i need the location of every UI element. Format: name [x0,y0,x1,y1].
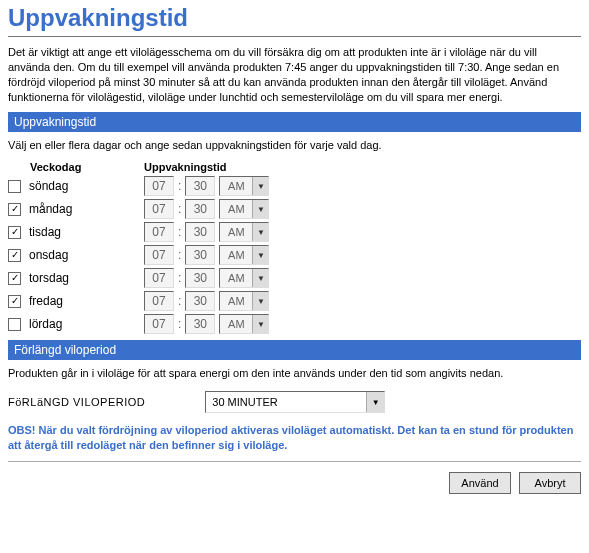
divider [8,461,581,462]
day-cell: torsdag [8,271,138,285]
hour-input[interactable]: 07 [144,222,174,242]
chevron-down-icon: ▼ [366,392,384,412]
day-label: måndag [29,202,72,216]
chevron-down-icon: ▼ [252,223,268,241]
time-colon: : [178,179,181,193]
minute-input[interactable]: 30 [185,291,215,311]
time-colon: : [178,317,181,331]
page-title: Uppvakningstid [8,4,581,32]
day-cell: lördag [8,317,138,331]
hour-input[interactable]: 07 [144,268,174,288]
section-wakeup-header: Uppvakningstid [8,112,581,132]
ampm-value: AM [220,318,252,330]
extended-row: FöRLäNGD VILOPERIOD 30 MINUTER ▼ [8,391,581,413]
ampm-value: AM [220,272,252,284]
chevron-down-icon: ▼ [252,200,268,218]
schedule-list: söndag07:30AM▼måndag07:30AM▼tisdag07:30A… [8,176,581,334]
time-colon: : [178,248,181,262]
header-time: Uppvakningstid [144,161,227,173]
hour-input[interactable]: 07 [144,176,174,196]
ampm-select[interactable]: AM▼ [219,314,269,334]
ampm-select[interactable]: AM▼ [219,291,269,311]
day-label: söndag [29,179,68,193]
time-cell: 07:30AM▼ [144,176,269,196]
divider [8,36,581,37]
day-checkbox[interactable] [8,295,21,308]
schedule-row: måndag07:30AM▼ [8,199,581,219]
schedule-row: söndag07:30AM▼ [8,176,581,196]
day-label: onsdag [29,248,68,262]
minute-input[interactable]: 30 [185,245,215,265]
minute-input[interactable]: 30 [185,222,215,242]
time-cell: 07:30AM▼ [144,291,269,311]
notice-text: OBS! När du valt fördröjning av viloperi… [8,423,581,453]
day-checkbox[interactable] [8,203,21,216]
schedule-row: tisdag07:30AM▼ [8,222,581,242]
day-checkbox[interactable] [8,249,21,262]
ampm-value: AM [220,295,252,307]
schedule-row: fredag07:30AM▼ [8,291,581,311]
extended-select[interactable]: 30 MINUTER ▼ [205,391,385,413]
day-cell: söndag [8,179,138,193]
time-colon: : [178,202,181,216]
day-checkbox[interactable] [8,180,21,193]
chevron-down-icon: ▼ [252,246,268,264]
minute-input[interactable]: 30 [185,176,215,196]
chevron-down-icon: ▼ [252,177,268,195]
extended-select-value: 30 MINUTER [206,396,366,408]
ampm-select[interactable]: AM▼ [219,268,269,288]
minute-input[interactable]: 30 [185,268,215,288]
ampm-value: AM [220,180,252,192]
chevron-down-icon: ▼ [252,269,268,287]
hour-input[interactable]: 07 [144,291,174,311]
minute-input[interactable]: 30 [185,199,215,219]
day-label: lördag [29,317,62,331]
time-cell: 07:30AM▼ [144,222,269,242]
day-cell: tisdag [8,225,138,239]
day-checkbox[interactable] [8,272,21,285]
day-checkbox[interactable] [8,318,21,331]
schedule-header-row: Veckodag Uppvakningstid [8,161,581,173]
ampm-value: AM [220,226,252,238]
chevron-down-icon: ▼ [252,292,268,310]
schedule-row: onsdag07:30AM▼ [8,245,581,265]
hour-input[interactable]: 07 [144,245,174,265]
day-cell: måndag [8,202,138,216]
time-colon: : [178,225,181,239]
day-label: torsdag [29,271,69,285]
hour-input[interactable]: 07 [144,314,174,334]
extended-label: FöRLäNGD VILOPERIOD [8,396,145,408]
time-cell: 07:30AM▼ [144,314,269,334]
day-checkbox[interactable] [8,226,21,239]
time-cell: 07:30AM▼ [144,245,269,265]
day-label: tisdag [29,225,61,239]
schedule-row: lördag07:30AM▼ [8,314,581,334]
ampm-value: AM [220,249,252,261]
hour-input[interactable]: 07 [144,199,174,219]
day-label: fredag [29,294,63,308]
time-cell: 07:30AM▼ [144,268,269,288]
button-row: Använd Avbryt [8,472,581,494]
schedule-row: torsdag07:30AM▼ [8,268,581,288]
day-cell: fredag [8,294,138,308]
time-colon: : [178,271,181,285]
apply-button[interactable]: Använd [449,472,511,494]
ampm-select[interactable]: AM▼ [219,222,269,242]
header-day: Veckodag [8,161,138,173]
cancel-button[interactable]: Avbryt [519,472,581,494]
ampm-value: AM [220,203,252,215]
time-cell: 07:30AM▼ [144,199,269,219]
ampm-select[interactable]: AM▼ [219,245,269,265]
ampm-select[interactable]: AM▼ [219,199,269,219]
extended-intro: Produkten går in i viloläge för att spar… [8,366,581,381]
minute-input[interactable]: 30 [185,314,215,334]
chevron-down-icon: ▼ [252,315,268,333]
time-colon: : [178,294,181,308]
day-cell: onsdag [8,248,138,262]
intro-text: Det är viktigt att ange ett vilolägessch… [8,45,581,104]
section-extended-header: Förlängd viloperiod [8,340,581,360]
wakeup-instructions: Välj en eller flera dagar och ange sedan… [8,138,581,153]
ampm-select[interactable]: AM▼ [219,176,269,196]
